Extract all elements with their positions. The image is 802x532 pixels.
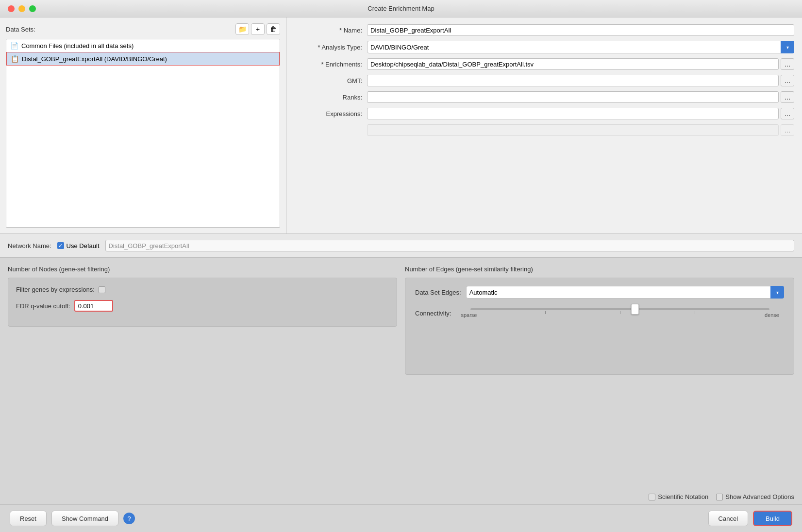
analysis-type-select[interactable]: DAVID/BINGO/Great Generic/gProfiler/Enri… xyxy=(367,41,794,53)
expressions-row: Expressions: … xyxy=(294,108,794,119)
cancel-button[interactable]: Cancel xyxy=(708,511,748,526)
left-panel: Data Sets: 📁 + 🗑 📄 Common Files (include… xyxy=(0,17,286,233)
filter-genes-label: Filter genes by expressions: xyxy=(16,286,95,293)
enrichments-row: * Enrichments: … xyxy=(294,58,794,70)
gmt-label: GMT: xyxy=(294,77,367,84)
datasets-toolbar: 📁 + 🗑 xyxy=(235,23,280,35)
ranks-label: Ranks: xyxy=(294,94,367,101)
trash-icon: 🗑 xyxy=(270,25,277,33)
right-panel: * Name: * Analysis Type: DAVID/BINGO/Gre… xyxy=(286,17,802,233)
window-title: Create Enrichment Map xyxy=(368,5,434,12)
dataset-item-label: Distal_GOBP_greatExportAll (DAVID/BINGO/… xyxy=(22,55,167,63)
show-command-button[interactable]: Show Command xyxy=(51,511,118,526)
gmt-row: GMT: … xyxy=(294,75,794,86)
dense-label: dense xyxy=(765,312,779,318)
enrichments-input[interactable] xyxy=(367,58,779,70)
filter-genes-checkbox[interactable] xyxy=(99,286,105,293)
network-name-input[interactable] xyxy=(105,240,795,251)
help-button[interactable]: ? xyxy=(123,513,135,524)
edges-filter-box: Data Set Edges: Automatic Distinct Combi… xyxy=(405,278,794,375)
connectivity-row: Connectivity: sparse den xyxy=(415,308,784,318)
datasets-list: 📄 Common Files (included in all data set… xyxy=(6,39,280,228)
list-item[interactable]: 📋 Distal_GOBP_greatExportAll (DAVID/BING… xyxy=(6,52,280,66)
delete-dataset-button[interactable]: 🗑 xyxy=(267,23,280,35)
title-bar: Create Enrichment Map xyxy=(0,0,802,17)
scientific-notation-option[interactable]: Scientific Notation xyxy=(649,493,708,500)
extra-browse-button[interactable]: … xyxy=(781,124,794,136)
gmt-field-group: … xyxy=(367,75,794,86)
name-input[interactable] xyxy=(367,24,794,36)
data-file-icon: 📋 xyxy=(11,55,19,63)
analysis-type-row: * Analysis Type: DAVID/BINGO/Great Gener… xyxy=(294,41,794,53)
maximize-button[interactable] xyxy=(29,5,36,12)
ranks-row: Ranks: … xyxy=(294,91,794,103)
scientific-notation-checkbox[interactable] xyxy=(649,494,655,500)
top-panels: Data Sets: 📁 + 🗑 📄 Common Files (include… xyxy=(0,17,802,233)
nodes-panel-title: Number of Nodes (gene-set filtering) xyxy=(8,266,397,273)
reset-button[interactable]: Reset xyxy=(10,511,47,526)
slider-thumb[interactable] xyxy=(631,304,639,315)
name-label: * Name: xyxy=(294,27,367,34)
use-default-label: Use Default xyxy=(67,242,100,249)
data-set-edges-select[interactable]: Automatic Distinct Combined xyxy=(466,286,784,299)
help-icon: ? xyxy=(127,515,131,522)
data-set-edges-label: Data Set Edges: xyxy=(415,289,461,296)
slider-container xyxy=(456,308,784,310)
sparse-label: sparse xyxy=(461,312,477,318)
expressions-field-group: … xyxy=(367,108,794,119)
nodes-filter-box: Filter genes by expressions: FDR q-value… xyxy=(8,278,397,327)
file-icon: 📄 xyxy=(10,42,18,50)
fdr-label: FDR q-value cutoff: xyxy=(16,302,70,310)
filter-genes-row: Filter genes by expressions: xyxy=(16,286,389,293)
extra-input[interactable] xyxy=(367,124,779,136)
nodes-filter-panel: Number of Nodes (gene-set filtering) Fil… xyxy=(8,266,397,482)
connectivity-label: Connectivity: xyxy=(415,310,451,317)
plus-icon: + xyxy=(256,25,260,33)
ranks-input[interactable] xyxy=(367,91,779,103)
check-icon: ✓ xyxy=(58,243,63,249)
network-section: Network Name: ✓ Use Default xyxy=(0,233,802,258)
show-advanced-option[interactable]: Show Advanced Options xyxy=(716,493,794,500)
folder-icon: 📁 xyxy=(238,25,247,33)
open-folder-button[interactable]: 📁 xyxy=(235,23,249,35)
add-dataset-button[interactable]: + xyxy=(251,23,265,35)
enrichments-field-group: … xyxy=(367,58,794,70)
show-advanced-checkbox[interactable] xyxy=(716,494,723,500)
connectivity-slider-wrapper: sparse dense xyxy=(456,308,784,318)
slider-tick xyxy=(695,311,695,314)
extra-row: … xyxy=(294,124,794,136)
slider-track xyxy=(470,308,769,310)
datasets-header: Data Sets: 📁 + 🗑 xyxy=(6,23,280,35)
show-advanced-label: Show Advanced Options xyxy=(725,493,794,500)
enrichments-browse-button[interactable]: … xyxy=(781,58,794,70)
build-button[interactable]: Build xyxy=(753,511,792,526)
close-button[interactable] xyxy=(8,5,15,12)
use-default-checkbox[interactable]: ✓ xyxy=(57,242,64,249)
slider-tick xyxy=(620,311,620,314)
fdr-input[interactable] xyxy=(74,300,113,312)
analysis-type-select-wrapper: DAVID/BINGO/Great Generic/gProfiler/Enri… xyxy=(367,41,794,53)
minimize-button[interactable] xyxy=(18,5,25,12)
data-set-edges-row: Data Set Edges: Automatic Distinct Combi… xyxy=(415,286,784,299)
enrichments-label: * Enrichments: xyxy=(294,61,367,68)
connectivity-section: Connectivity: sparse den xyxy=(415,308,784,318)
ranks-browse-button[interactable]: … xyxy=(781,91,794,103)
expressions-input[interactable] xyxy=(367,108,779,119)
expressions-label: Expressions: xyxy=(294,110,367,117)
footer: Reset Show Command ? Cancel Build xyxy=(0,504,802,532)
edges-filter-panel: Number of Edges (gene-set similarity fil… xyxy=(405,266,794,482)
filtering-section: Number of Nodes (gene-set filtering) Fil… xyxy=(0,258,802,489)
name-row: * Name: xyxy=(294,24,794,36)
analysis-type-label: * Analysis Type: xyxy=(294,44,367,51)
extra-field-group: … xyxy=(367,124,794,136)
expressions-browse-button[interactable]: … xyxy=(781,108,794,119)
use-default-checkbox-label[interactable]: ✓ Use Default xyxy=(57,242,100,249)
gmt-browse-button[interactable]: … xyxy=(781,75,794,86)
bottom-options: Scientific Notation Show Advanced Option… xyxy=(0,489,802,504)
gmt-input[interactable] xyxy=(367,75,779,86)
fdr-row: FDR q-value cutoff: xyxy=(16,300,389,312)
common-files-label: Common Files (included in all data sets) xyxy=(21,42,134,50)
list-item[interactable]: 📄 Common Files (included in all data set… xyxy=(6,39,280,52)
scientific-notation-label: Scientific Notation xyxy=(658,493,708,500)
edges-panel-title: Number of Edges (gene-set similarity fil… xyxy=(405,266,794,273)
